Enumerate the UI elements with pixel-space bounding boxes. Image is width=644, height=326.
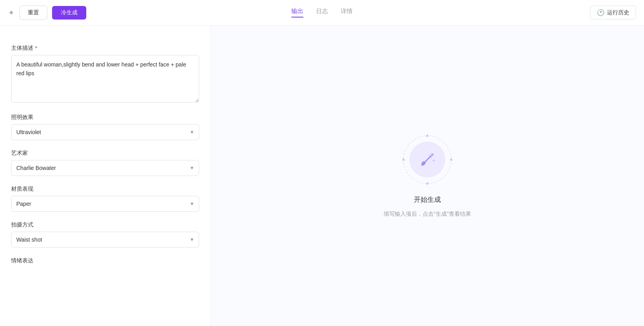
run-history-button[interactable]: 🕐 运行历史 — [590, 6, 636, 20]
logo-icon: ✦ — [8, 8, 15, 18]
generate-button[interactable]: 冷生成 — [52, 6, 86, 20]
lighting-section: 照明效果 Ultraviolet Natural Studio Neon Sof… — [11, 114, 199, 140]
svg-point-2 — [450, 158, 452, 161]
artist-select[interactable]: Charlie Bowater Greg Rutkowski Artgerm A… — [11, 160, 199, 176]
shoot-select[interactable]: Waist shot Portrait Full body Close-up M… — [11, 232, 199, 248]
tab-log[interactable]: 日志 — [316, 8, 328, 18]
shoot-section: 拍摄方式 Waist shot Portrait Full body Close… — [11, 221, 199, 248]
empty-state-subtitle: 填写输入项后，点击"生成"查看结果 — [384, 211, 471, 218]
tab-detail[interactable]: 详情 — [341, 8, 353, 18]
tab-output[interactable]: 输出 — [291, 8, 303, 18]
svg-point-0 — [403, 136, 451, 183]
lighting-select-wrapper: Ultraviolet Natural Studio Neon Soft ▼ — [11, 124, 199, 140]
clock-icon: 🕐 — [597, 9, 605, 16]
left-panel: 主体描述 * A beautiful woman,slightly bend a… — [0, 25, 211, 326]
subject-label: 主体描述 * — [11, 45, 199, 52]
main-content: 主体描述 * A beautiful woman,slightly bend a… — [0, 25, 644, 326]
reset-button[interactable]: 重置 — [19, 6, 47, 20]
emotion-section: 情绪表达 — [11, 257, 199, 264]
top-tabs: 输出 日志 详情 — [291, 8, 353, 18]
empty-state-title: 开始生成 — [414, 195, 441, 204]
subject-required: * — [35, 45, 37, 51]
svg-point-3 — [426, 182, 429, 185]
empty-state: 开始生成 填写输入项后，点击"生成"查看结果 — [384, 134, 471, 218]
magic-icon-container — [402, 134, 453, 185]
artist-select-wrapper: Charlie Bowater Greg Rutkowski Artgerm A… — [11, 160, 199, 176]
subject-textarea[interactable]: A beautiful woman,slightly bend and lowe… — [11, 55, 199, 103]
material-label: 材质表现 — [11, 185, 199, 193]
lighting-label: 照明效果 — [11, 114, 199, 121]
artist-section: 艺术家 Charlie Bowater Greg Rutkowski Artge… — [11, 150, 199, 176]
top-bar: ✦ 重置 冷生成 输出 日志 详情 🕐 运行历史 — [0, 0, 644, 25]
outer-ring-svg — [402, 134, 453, 185]
right-panel: 开始生成 填写输入项后，点击"生成"查看结果 — [211, 25, 644, 326]
run-history-label: 运行历史 — [607, 9, 629, 16]
artist-label: 艺术家 — [11, 150, 199, 157]
emotion-label: 情绪表达 — [11, 257, 199, 264]
shoot-select-wrapper: Waist shot Portrait Full body Close-up M… — [11, 232, 199, 248]
shoot-label: 拍摄方式 — [11, 221, 199, 228]
material-section: 材质表现 Paper Oil Watercolor Digital Pencil… — [11, 185, 199, 212]
material-select[interactable]: Paper Oil Watercolor Digital Pencil — [11, 196, 199, 212]
svg-point-1 — [426, 135, 429, 137]
material-select-wrapper: Paper Oil Watercolor Digital Pencil ▼ — [11, 196, 199, 212]
svg-point-4 — [402, 158, 405, 161]
subject-section: 主体描述 * A beautiful woman,slightly bend a… — [11, 45, 199, 104]
top-bar-right: 🕐 运行历史 — [590, 6, 636, 20]
lighting-select[interactable]: Ultraviolet Natural Studio Neon Soft — [11, 124, 199, 140]
